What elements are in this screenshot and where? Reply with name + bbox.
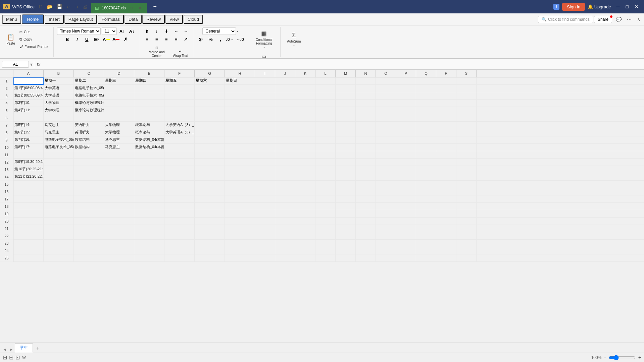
row-num-15[interactable]: 15 [0,181,13,188]
list-item[interactable] [315,210,336,218]
list-item[interactable] [225,122,255,129]
list-item[interactable] [74,247,104,254]
list-item[interactable] [436,225,456,232]
list-item[interactable] [376,232,396,240]
list-item[interactable] [275,247,295,254]
list-item[interactable] [74,188,104,195]
list-item[interactable] [295,100,315,107]
list-item[interactable] [44,232,74,240]
list-item[interactable] [456,107,477,114]
list-item[interactable] [104,203,134,210]
upgrade-btn[interactable]: 🔔 Upgrade [588,4,611,9]
row-num-23[interactable]: 23 [0,240,13,247]
list-item[interactable] [456,114,477,122]
list-item[interactable] [134,173,164,181]
list-item[interactable] [104,240,134,247]
list-item[interactable] [164,92,195,100]
list-item[interactable] [396,151,416,159]
list-item[interactable] [456,92,477,100]
list-item[interactable] [315,254,336,262]
list-item[interactable] [456,136,477,144]
list-item[interactable] [336,85,356,92]
list-item[interactable] [396,195,416,203]
list-item[interactable]: 电路电子技术_05(2 [44,144,74,151]
list-item[interactable] [255,247,275,254]
list-item[interactable]: 星期三 [104,77,134,85]
list-item[interactable] [436,173,456,181]
list-item[interactable] [456,129,477,136]
list-item[interactable] [436,144,456,151]
list-item[interactable] [44,240,74,247]
list-item[interactable] [336,159,356,166]
list-item[interactable] [376,181,396,188]
print-btn[interactable]: 🖨 [81,3,89,10]
col-header-B[interactable]: B [44,70,74,77]
list-item[interactable] [225,210,255,218]
list-item[interactable] [336,210,356,218]
normal-view-btn[interactable]: ⊞ [3,354,7,361]
list-item[interactable]: 马克思主 [104,136,134,144]
list-item[interactable] [315,247,336,254]
list-item[interactable] [416,218,436,225]
list-item[interactable] [396,225,416,232]
menu-item-page-layout[interactable]: Page Layout [64,15,97,24]
list-item[interactable] [376,92,396,100]
list-item[interactable] [436,136,456,144]
list-item[interactable] [356,254,376,262]
list-item[interactable] [13,151,44,159]
list-item[interactable] [295,254,315,262]
list-item[interactable] [356,114,376,122]
list-item[interactable] [436,254,456,262]
list-item[interactable] [134,232,164,240]
list-item[interactable] [336,247,356,254]
font-color-btn[interactable]: A [112,36,120,43]
list-item[interactable] [104,114,134,122]
list-item[interactable] [376,166,396,173]
list-item[interactable] [456,159,477,166]
list-item[interactable] [376,85,396,92]
list-item[interactable] [396,122,416,129]
indent-increase-btn[interactable]: → [182,27,190,35]
list-item[interactable] [225,100,255,107]
list-item[interactable] [255,188,275,195]
list-item[interactable] [225,218,255,225]
list-item[interactable] [104,218,134,225]
row-num-13[interactable]: 13 [0,166,13,173]
list-item[interactable] [74,181,104,188]
list-item[interactable] [164,85,195,92]
list-item[interactable] [295,77,315,85]
list-item[interactable] [336,218,356,225]
list-item[interactable] [336,181,356,188]
list-item[interactable] [315,136,336,144]
list-item[interactable] [195,100,225,107]
list-item[interactable] [456,85,477,92]
list-item[interactable] [356,240,376,247]
list-item[interactable] [456,122,477,129]
list-item[interactable] [436,232,456,240]
list-item[interactable] [164,210,195,218]
list-item[interactable] [275,254,295,262]
list-item[interactable] [164,240,195,247]
list-item[interactable] [376,218,396,225]
list-item[interactable] [396,240,416,247]
list-item[interactable] [13,254,44,262]
list-item[interactable] [195,144,225,151]
row-num-12[interactable]: 12 [0,159,13,166]
list-item[interactable] [13,188,44,195]
list-item[interactable] [195,247,225,254]
paste-btn[interactable]: 📋 Paste [5,27,17,51]
list-item[interactable] [356,136,376,144]
list-item[interactable] [336,203,356,210]
list-item[interactable] [295,144,315,151]
list-item[interactable] [456,100,477,107]
list-item[interactable] [225,151,255,159]
menu-item-view[interactable]: View [165,15,183,24]
list-item[interactable] [164,247,195,254]
list-item[interactable]: 英语听力 [74,122,104,129]
list-item[interactable] [396,159,416,166]
list-item[interactable]: 马克思主 [104,144,134,151]
list-item[interactable] [134,195,164,203]
list-item[interactable] [275,77,295,85]
list-item[interactable] [164,107,195,114]
list-item[interactable] [356,188,376,195]
